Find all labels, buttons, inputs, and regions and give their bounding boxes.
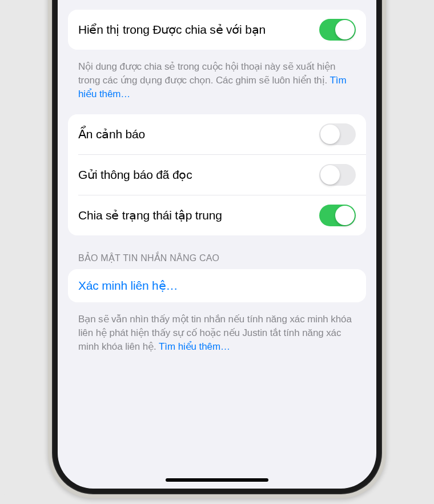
learn-more-link-2[interactable]: Tìm hiểu thêm… (159, 341, 230, 352)
show-in-shared-label: Hiển thị trong Được chia sẻ với bạn (78, 23, 266, 37)
shared-footer-text: Nội dung được chia sẻ trong cuộc hội tho… (78, 61, 335, 86)
advanced-security-header: BẢO MẬT TIN NHẮN NÂNG CAO (68, 240, 366, 269)
row-share-focus: Chia sẻ trạng thái tập trung (78, 195, 366, 235)
toggle-knob (320, 165, 340, 185)
section-shared-with-you: Hiển thị trong Được chia sẻ với bạn (68, 10, 366, 50)
hide-alerts-toggle[interactable] (319, 123, 356, 145)
toggle-knob (335, 20, 355, 39)
verify-contact-link: Xác minh liên hệ… (78, 279, 178, 293)
row-show-in-shared: Hiển thị trong Được chia sẻ với bạn (68, 10, 366, 50)
verify-footer: Bạn sẽ vẫn nhìn thấy một tin nhắn nếu tí… (68, 307, 366, 367)
row-verify-contact[interactable]: Xác minh liên hệ… (68, 269, 366, 302)
toggle-knob (320, 125, 340, 144)
phone-frame: Hiển thị trong Được chia sẻ với bạn Nội … (48, 0, 386, 498)
section-advanced-security: Xác minh liên hệ… (68, 269, 366, 302)
home-indicator[interactable] (166, 478, 268, 482)
share-focus-toggle[interactable] (319, 205, 356, 226)
row-hide-alerts: Ẩn cảnh báo (68, 114, 366, 154)
shared-footer: Nội dung được chia sẻ trong cuộc hội tho… (68, 54, 366, 114)
read-receipts-label: Gửi thông báo đã đọc (78, 168, 192, 182)
app-background: Hiển thị trong Được chia sẻ với bạn Nội … (0, 0, 434, 504)
show-in-shared-toggle[interactable] (319, 19, 356, 41)
toggle-knob (335, 206, 355, 225)
hide-alerts-label: Ẩn cảnh báo (78, 127, 145, 141)
share-focus-label: Chia sẻ trạng thái tập trung (78, 209, 222, 222)
phone-bezel: Hiển thị trong Được chia sẻ với bạn Nội … (52, 0, 382, 494)
read-receipts-toggle[interactable] (319, 164, 356, 186)
section-notifications: Ẩn cảnh báo Gửi thông báo đã đọc (68, 114, 366, 235)
row-read-receipts: Gửi thông báo đã đọc (78, 154, 366, 195)
screen: Hiển thị trong Được chia sẻ với bạn Nội … (58, 0, 376, 489)
settings-content: Hiển thị trong Được chia sẻ với bạn Nội … (68, 0, 366, 367)
